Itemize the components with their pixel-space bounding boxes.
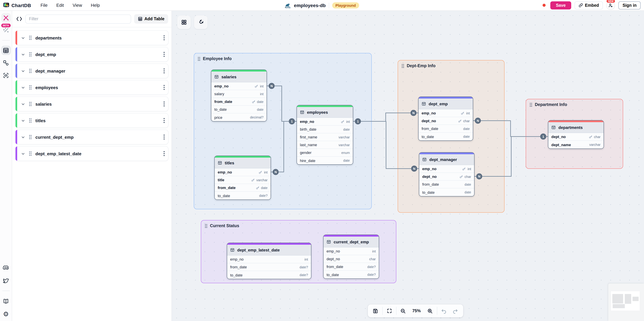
field-dept_manager-emp_no[interactable]: emp_noint <box>419 165 474 173</box>
field-dept_emp-from_date[interactable]: from_datedate <box>418 125 473 133</box>
field-departments-dept_name[interactable]: dept_namevarchar <box>548 141 604 148</box>
minimap[interactable] <box>608 283 644 321</box>
embed-button[interactable]: Embed <box>574 1 603 9</box>
zoom-in-button[interactable] <box>424 306 436 316</box>
field-salaries-salary[interactable]: salaryint <box>211 90 266 98</box>
chevron-down-icon[interactable] <box>21 36 25 40</box>
field-employees-hire_date[interactable]: hire_datedate <box>297 156 353 165</box>
docs-button[interactable] <box>1 296 10 306</box>
menu-view[interactable]: View <box>72 3 82 8</box>
drag-handle-icon[interactable] <box>29 85 32 90</box>
sidebar-item-dept_emp_latest_date[interactable]: dept_emp_latest_date <box>15 146 168 161</box>
fit-view-button[interactable] <box>384 306 395 316</box>
sidebar-item-dept_emp[interactable]: dept_emp <box>15 47 168 62</box>
field-dept_emp-dept_no[interactable]: dept_nochar <box>418 117 473 125</box>
chevron-down-icon[interactable] <box>21 151 25 156</box>
field-titles-emp_no[interactable]: emp_noint <box>215 169 270 176</box>
areas-view-button[interactable] <box>1 71 10 80</box>
table-dept_emp[interactable]: dept_emp emp_nointdept_nocharfrom_dateda… <box>418 97 473 141</box>
drag-handle-icon[interactable] <box>29 135 32 139</box>
table-employees[interactable]: employees emp_nointbirth_datedatefirst_n… <box>296 105 353 165</box>
field-dept_emp_latest_date-from_date[interactable]: from_datedate? <box>227 263 311 271</box>
code-view-icon[interactable] <box>16 16 22 22</box>
kebab-menu-icon[interactable] <box>164 68 165 74</box>
table-header[interactable]: dept_manager <box>419 154 474 165</box>
drag-handle-icon[interactable] <box>29 102 32 106</box>
drag-handle-icon[interactable] <box>198 57 200 61</box>
kebab-menu-icon[interactable] <box>164 151 165 156</box>
field-employees-emp_no[interactable]: emp_noint <box>297 118 353 125</box>
field-salaries-to_date[interactable]: to_datedate <box>211 106 266 113</box>
table-salaries[interactable]: salaries emp_nointsalaryintfrom_datedate… <box>211 70 267 121</box>
add-table-button[interactable]: Add Table <box>134 14 168 24</box>
redo-button[interactable] <box>450 306 461 316</box>
field-dept_manager-dept_no[interactable]: dept_nochar <box>419 173 474 181</box>
table-titles[interactable]: titles emp_nointtitlevarcharfrom_datedat… <box>214 155 271 200</box>
table-header[interactable]: dept_emp <box>418 99 473 109</box>
field-dept_emp_latest_date-emp_no[interactable]: emp_noint <box>227 255 311 263</box>
tables-view-button[interactable] <box>1 46 10 55</box>
field-titles-from_date[interactable]: from_datedate <box>215 184 270 192</box>
ai-assistant-button[interactable]: BETA <box>1 26 10 35</box>
kebab-menu-icon[interactable] <box>164 35 165 41</box>
sidebar-item-titles[interactable]: titles <box>15 113 168 128</box>
sidebar-item-current_dept_emp[interactable]: current_dept_emp <box>15 130 168 144</box>
invite-user-button[interactable]: NEW <box>606 1 615 10</box>
chevron-down-icon[interactable] <box>21 52 25 57</box>
drag-handle-icon[interactable] <box>29 69 32 73</box>
sidebar-item-departments[interactable]: departments <box>15 30 168 45</box>
table-dept_manager[interactable]: dept_manager emp_nointdept_nocharfrom_da… <box>419 152 474 197</box>
twitter-button[interactable] <box>1 276 10 285</box>
table-header[interactable]: employees <box>297 107 353 118</box>
chevron-down-icon[interactable] <box>21 102 25 106</box>
field-dept_emp-emp_no[interactable]: emp_noint <box>418 109 473 117</box>
chevron-down-icon[interactable] <box>21 69 25 73</box>
menu-file[interactable]: File <box>40 3 48 8</box>
drag-handle-icon[interactable] <box>530 102 532 107</box>
kebab-menu-icon[interactable] <box>164 118 165 123</box>
field-employees-gender[interactable]: genderenum <box>297 149 353 156</box>
settings-button[interactable]: ⚙ <box>1 309 10 319</box>
field-dept_emp-to_date[interactable]: to_datedate <box>418 133 473 140</box>
drag-handle-icon[interactable] <box>29 151 32 156</box>
field-titles-title[interactable]: titlevarchar <box>215 176 270 184</box>
table-header[interactable]: current_dept_emp <box>324 237 379 247</box>
menu-edit[interactable]: Edit <box>56 3 64 8</box>
chartdb-logo[interactable]: ChartDB <box>3 3 31 8</box>
save-button[interactable]: Save <box>550 1 571 9</box>
field-current_dept_emp-to_date[interactable]: to_datedate? <box>324 271 379 278</box>
field-dept_manager-to_date[interactable]: to_datedate <box>419 188 474 196</box>
drag-handle-icon[interactable] <box>204 224 208 228</box>
chartdb-editor-button[interactable] <box>1 13 10 23</box>
layout-button[interactable] <box>177 16 191 29</box>
chevron-down-icon[interactable] <box>21 135 25 139</box>
drag-handle-icon[interactable] <box>29 118 32 123</box>
field-dept_emp_latest_date-to_date[interactable]: to_datedate? <box>227 271 311 279</box>
table-header[interactable]: salaries <box>211 72 266 82</box>
field-salaries-emp_no[interactable]: emp_noint <box>211 82 266 90</box>
chevron-down-icon[interactable] <box>21 85 25 90</box>
undo-button[interactable] <box>438 306 450 316</box>
field-employees-birth_date[interactable]: birth_datedate <box>297 125 353 133</box>
snap-button[interactable] <box>194 16 208 29</box>
table-header[interactable]: titles <box>215 158 270 169</box>
chevron-down-icon[interactable] <box>21 118 25 123</box>
kebab-menu-icon[interactable] <box>164 101 165 107</box>
table-current_dept_emp[interactable]: current_dept_emp emp_nointdept_nocharfro… <box>323 235 379 279</box>
field-titles-to_date[interactable]: to_datedate? <box>215 192 270 200</box>
field-current_dept_emp-from_date[interactable]: from_datedate? <box>324 263 379 271</box>
filter-input[interactable] <box>25 14 131 24</box>
diagram-title-area[interactable]: MySQL employees-db Playground <box>285 0 359 11</box>
save-diagram-button[interactable] <box>370 306 381 316</box>
table-header[interactable]: dept_emp_latest_date <box>227 245 311 255</box>
diagram-canvas[interactable]: N1N1N1N1N1N1 <box>172 11 644 321</box>
menu-help[interactable]: Help <box>91 3 100 8</box>
sign-in-button[interactable]: Sign in <box>618 1 641 9</box>
field-current_dept_emp-emp_no[interactable]: emp_noint <box>324 247 379 255</box>
field-current_dept_emp-dept_no[interactable]: dept_nochar <box>324 255 379 263</box>
sidebar-item-employees[interactable]: employees <box>15 80 168 95</box>
discord-button[interactable] <box>1 263 10 272</box>
field-employees-first_name[interactable]: first_namevarchar <box>297 133 353 141</box>
drag-handle-icon[interactable] <box>29 36 32 40</box>
field-departments-dept_no[interactable]: dept_nochar <box>548 133 604 141</box>
